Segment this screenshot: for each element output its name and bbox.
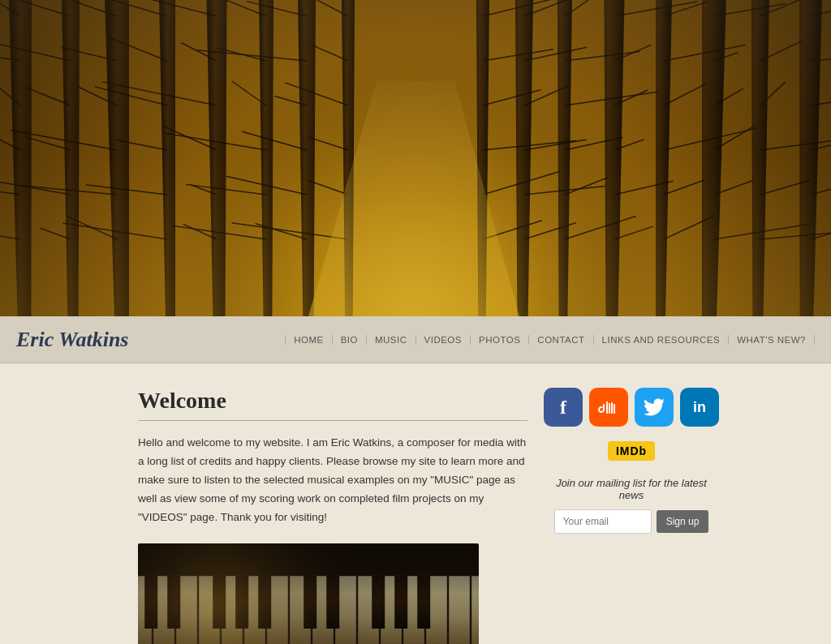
main-content: Welcome Hello and welcome to my website.… bbox=[0, 363, 831, 644]
social-icons: f in bbox=[544, 388, 719, 427]
nav-home[interactable]: HOME bbox=[285, 335, 333, 345]
email-signup-form: Sign up bbox=[554, 509, 709, 534]
navigation-bar: Eric Watkins HOMEBIOMUSICVIDEOSPHOTOSCON… bbox=[0, 316, 831, 363]
nav-links: HOMEBIOMUSICVIDEOSPHOTOSCONTACTLINKS AND… bbox=[285, 335, 815, 345]
nav-videos[interactable]: VIDEOS bbox=[416, 335, 471, 345]
soundcloud-button[interactable] bbox=[589, 388, 628, 427]
content-left: Welcome Hello and welcome to my website.… bbox=[8, 388, 544, 644]
welcome-text: Hello and welcome to my website. I am Er… bbox=[138, 434, 527, 527]
email-input[interactable] bbox=[554, 509, 652, 534]
sidebar-right: f in IMDb Join our mailing list for the … bbox=[544, 388, 727, 644]
linkedin-button[interactable]: in bbox=[680, 388, 719, 427]
nav-photos[interactable]: PHOTOS bbox=[471, 335, 529, 345]
nav-music[interactable]: MUSIC bbox=[367, 335, 416, 345]
site-title: Eric Watkins bbox=[16, 328, 128, 352]
hero-image bbox=[0, 0, 831, 316]
welcome-heading: Welcome bbox=[138, 388, 527, 414]
imdb-badge[interactable]: IMDb bbox=[608, 441, 655, 461]
welcome-divider bbox=[138, 420, 527, 421]
piano-canvas bbox=[138, 543, 479, 644]
piano-image bbox=[138, 543, 479, 644]
nav-bio[interactable]: BIO bbox=[333, 335, 367, 345]
hero-banner bbox=[0, 0, 831, 316]
nav-links[interactable]: LINKS AND RESOURCES bbox=[594, 335, 730, 345]
twitter-button[interactable] bbox=[635, 388, 674, 427]
nav-contact[interactable]: CONTACT bbox=[529, 335, 593, 345]
nav-whatsnew[interactable]: WHAT'S NEW? bbox=[729, 335, 815, 345]
facebook-button[interactable]: f bbox=[544, 388, 583, 427]
mailing-list-label: Join our mailing list for the latest new… bbox=[544, 477, 719, 501]
signup-button[interactable]: Sign up bbox=[657, 510, 709, 533]
